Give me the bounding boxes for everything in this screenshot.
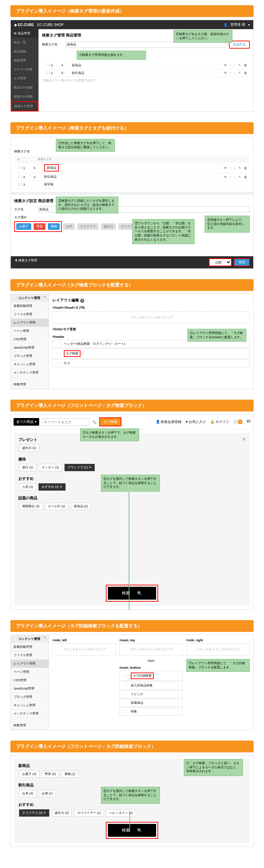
drag-icon[interactable]: ⋮⋮ xyxy=(17,175,23,179)
tag-item[interactable]: 期間限定 (3) xyxy=(19,503,43,510)
block-item[interactable]: ⋮⋮新入荷商品特集⋮ xyxy=(119,682,183,690)
drop-zone[interactable]: ブロックをドラッグ&ドロップ xyxy=(52,643,116,656)
edit-icon[interactable]: ✎ xyxy=(238,166,241,170)
tag-pill[interactable]: 誕生日 xyxy=(101,223,116,230)
menu-icon[interactable]: ⋮ xyxy=(244,362,247,365)
tag-link[interactable]: 新商品 xyxy=(44,164,59,172)
edit-icon[interactable]: ✎ xyxy=(238,64,241,67)
edit-icon[interactable]: ✎ xyxy=(238,175,241,179)
search-button[interactable]: 検索🔍 xyxy=(108,824,156,837)
drag-icon[interactable]: ⋮⋮ xyxy=(122,710,129,713)
edit-icon[interactable]: ✎ xyxy=(238,71,241,75)
up-icon[interactable]: ↑ xyxy=(230,71,231,75)
block-item[interactable]: ⋮⋮タグ検索⋮ xyxy=(52,349,250,359)
sidebar-item[interactable]: 規格CSV登録 xyxy=(11,92,39,101)
eye-icon[interactable]: 👁 xyxy=(224,166,227,170)
login-link[interactable]: 🔒 ログイン xyxy=(210,419,229,424)
search-button[interactable]: 検索🔍 xyxy=(108,587,156,600)
sidebar-item[interactable]: 商品CSV登録 xyxy=(11,83,39,92)
sidebar-item[interactable]: 新着情報管理 xyxy=(11,643,49,651)
drag-icon[interactable]: ⋮⋮ xyxy=(56,362,62,365)
sidebar-item[interactable]: 特集管理 xyxy=(11,381,49,389)
tag-item[interactable]: バレンタイン (1) xyxy=(106,809,136,817)
sidebar-item[interactable]: 商品一覧 xyxy=(11,38,39,47)
block-item[interactable]: ⋮⋮ロゴ⋮ xyxy=(52,359,250,367)
eye-icon[interactable]: 👁 xyxy=(224,64,227,67)
tag-item[interactable]: 誕生日 (1) xyxy=(19,444,40,452)
sidebar-item-layout[interactable]: レイアウト管理 xyxy=(11,660,49,668)
menu-icon[interactable]: ⋮ xyxy=(177,710,180,713)
sidebar-item[interactable]: JavaScript管理 xyxy=(11,344,49,352)
tag-item[interactable]: セール中 (1) xyxy=(45,503,68,510)
drag-icon[interactable]: ⋮⋮ xyxy=(17,166,23,170)
sidebar-item[interactable]: CSS管理 xyxy=(11,676,49,685)
menu-icon[interactable]: ⋮ xyxy=(244,352,247,356)
sidebar-item-search-tag[interactable]: 検索タグ管理 xyxy=(11,101,39,111)
tag-item[interactable]: エンタメ (1) xyxy=(39,464,62,471)
category-select[interactable]: 全ての商品 ▾ xyxy=(14,418,39,426)
tag-item[interactable]: ホワイトデー (1) xyxy=(74,809,104,817)
help-icon[interactable]: ? xyxy=(80,299,84,303)
delete-icon[interactable]: 🗑 xyxy=(244,175,247,179)
drag-icon[interactable]: ⋮⋮ xyxy=(56,352,62,356)
cart-icon[interactable]: 🛒0 xyxy=(233,419,242,424)
sidebar-item[interactable]: メンテナンス管理 xyxy=(11,710,49,718)
menu-icon[interactable]: ⋮ xyxy=(177,701,180,705)
up-icon[interactable]: ↑ xyxy=(230,166,231,170)
close-icon[interactable]: ✕ xyxy=(242,436,246,442)
sidebar-item[interactable]: タグ管理 xyxy=(11,74,39,83)
sidebar-item[interactable]: キャッシュ管理 xyxy=(11,360,49,369)
delete-icon[interactable]: 🗑 xyxy=(244,71,247,75)
tag-item[interactable]: 誕生日 (2) xyxy=(52,809,72,817)
drag-icon[interactable]: ⋮⋮ xyxy=(122,701,129,705)
sidebar-item[interactable]: JavaScript管理 xyxy=(11,685,49,693)
drag-icon[interactable]: ⋮⋮ xyxy=(56,342,62,346)
sidebar-item[interactable]: キャッシュ管理 xyxy=(11,701,49,710)
drag-icon[interactable]: ⋮⋮ xyxy=(45,71,51,75)
tag-item[interactable]: おすすめ (1) ✕ xyxy=(39,483,66,491)
down-icon[interactable]: ↓ xyxy=(234,71,236,75)
sidebar-item[interactable]: ページ管理 xyxy=(11,668,49,676)
chevron-up-icon[interactable]: ˄ xyxy=(44,296,46,300)
eye-icon[interactable]: 👁 xyxy=(224,175,227,179)
sidebar-item[interactable]: 🛍 商品管理 xyxy=(11,29,39,38)
search-icon[interactable]: 🔍 xyxy=(92,420,96,424)
tag-item[interactable]: アウトドア (1) ✕ xyxy=(65,464,95,471)
sidebar-item[interactable]: ファイル管理 xyxy=(11,310,49,319)
delete-icon[interactable]: 🗑 xyxy=(244,166,247,170)
tag-item[interactable]: 旅行 (1) xyxy=(19,464,36,471)
drop-zone[interactable]: ブロックをドラッグ&ドロップ xyxy=(119,643,183,656)
tag-pill[interactable]: お米 xyxy=(63,223,75,230)
register-button[interactable]: 登録 xyxy=(234,258,250,266)
register-link[interactable]: 👤 新規会員登録 xyxy=(156,419,182,424)
tag-item[interactable]: クリスマス (4) ✕ xyxy=(19,809,49,817)
tag-item[interactable]: 野菜 (3) xyxy=(42,770,59,778)
sidebar-item[interactable]: 商品登録 xyxy=(11,47,39,56)
sidebar-item[interactable]: カテゴリ管理 xyxy=(11,65,39,74)
drag-icon[interactable]: ⋮⋮ xyxy=(122,674,129,678)
down-icon[interactable]: ↓ xyxy=(234,166,236,170)
sidebar-item[interactable]: ブロック管理 xyxy=(11,352,49,360)
delete-icon[interactable]: 🗑 xyxy=(244,64,247,67)
block-item[interactable]: ⋮⋮トピック⋮ xyxy=(119,690,183,698)
back-link[interactable]: ◀ 検索タグ管理 xyxy=(14,258,207,266)
publish-select[interactable]: 公開 xyxy=(209,258,232,266)
tag-pill[interactable]: 果物 xyxy=(48,223,60,230)
sidebar-item[interactable]: 新着情報管理 xyxy=(11,302,49,310)
down-icon[interactable]: ↓ xyxy=(234,175,236,179)
tag-pill[interactable]: お菓子 xyxy=(16,223,31,230)
fav-link[interactable]: ♥ お気に入り xyxy=(186,419,206,424)
menu-icon[interactable]: ⋮ xyxy=(177,674,180,678)
drop-zone[interactable]: ブロックをドラッグ&ドロップ xyxy=(186,643,250,656)
tag-pill[interactable]: クリスマス xyxy=(77,223,99,230)
eye-icon[interactable]: 👁 xyxy=(224,71,227,75)
drag-icon[interactable]: ⋮⋮ xyxy=(122,684,129,687)
tag-item[interactable]: お酒 (1) xyxy=(39,790,56,797)
sidebar-item[interactable]: 規格管理 xyxy=(11,56,39,65)
sidebar-item-layout[interactable]: レイアウト管理 xyxy=(11,319,49,327)
block-item[interactable]: ⋮⋮新着商品⋮ xyxy=(119,699,183,707)
down-icon[interactable]: ↓ xyxy=(234,64,236,67)
menu-icon[interactable]: ⋮ xyxy=(177,684,180,687)
menu-icon[interactable]: ⋮ xyxy=(177,693,180,696)
sidebar-item[interactable]: メンテナンス管理 xyxy=(11,369,49,377)
